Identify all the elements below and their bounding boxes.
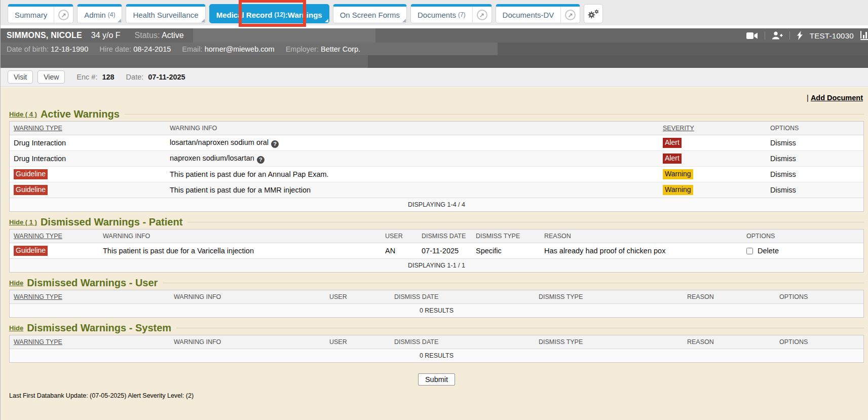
dismissed-patient-hide-link[interactable]: Hide ( 1 ) xyxy=(9,218,37,226)
warning-type-badge: Guideline xyxy=(14,246,48,256)
dismiss-type-text: Specific xyxy=(476,247,502,255)
dismiss-link[interactable]: Dismiss xyxy=(770,155,796,163)
open-in-new-icon: ↗ xyxy=(58,10,69,20)
dismissed-system-hide-link[interactable]: Hide xyxy=(9,324,23,332)
header-row3-background xyxy=(1,55,368,68)
tab-documents[interactable]: Documents(7) ↗ xyxy=(410,4,492,23)
tab-documents-popout-button[interactable]: ↗ xyxy=(472,7,492,23)
severity-badge: Warning xyxy=(663,169,693,179)
col-dismiss-date: DISMISS DATE xyxy=(390,290,535,304)
dismissed-patient-title: Dismissed Warnings - Patient xyxy=(41,216,182,228)
warning-info-text: naproxen sodium/losartan xyxy=(170,154,254,162)
section-divider-line xyxy=(187,222,864,222)
section-divider-line xyxy=(163,283,864,283)
dismissed-user-table: WARNING TYPE WARNING INFO USER DISMISS D… xyxy=(9,290,864,318)
hire-date-value: 08-24-2015 xyxy=(133,45,171,53)
tab-documents-dv-popout-button[interactable]: ↗ xyxy=(560,7,580,23)
video-camera-icon[interactable] xyxy=(746,32,758,40)
warning-info-text: This patient is past due for an Annual P… xyxy=(170,170,329,178)
patient-id: TEST-10030 xyxy=(810,31,854,40)
dismissed-user-header: Hide Dismissed Warnings - User xyxy=(9,277,864,289)
visit-button[interactable]: Visit xyxy=(8,70,33,84)
warning-type-text: Drug Interaction xyxy=(14,155,66,163)
tab-medical-record-warnings[interactable]: Medical Record (12):Warnings xyxy=(209,4,329,23)
tab-documents-dv[interactable]: Documents-DV ↗ xyxy=(496,4,581,23)
col-options: OPTIONS xyxy=(775,290,863,304)
patient-age-sex: 34 y/o F xyxy=(91,31,121,40)
col-reason: REASON xyxy=(683,290,775,304)
active-warnings-header: Hide ( 4 ) Active Warnings xyxy=(9,108,864,120)
col-dismiss-date: DISMISS DATE xyxy=(390,335,535,349)
patient-header-row1: SIMMONS, NICOLE 34 y/o F Status: Active … xyxy=(1,28,868,43)
section-divider-line xyxy=(125,114,864,114)
col-warning-info: WARNING INFO xyxy=(170,335,325,349)
view-button[interactable]: View xyxy=(37,70,65,84)
email-label: Email: xyxy=(182,45,202,53)
tab-summary-label: Summary xyxy=(15,11,47,19)
submit-button[interactable]: Submit xyxy=(418,373,455,386)
col-user: USER xyxy=(325,290,390,304)
add-person-icon[interactable] xyxy=(772,31,783,40)
col-dismiss-date: DISMISS DATE xyxy=(418,230,472,243)
tab-health-surveillance[interactable]: Health Surveillance xyxy=(126,4,205,23)
dob-value: 12-18-1990 xyxy=(51,45,88,53)
warning-type-badge: Guideline xyxy=(14,169,48,179)
warning-type-text: Drug Interaction xyxy=(14,139,66,147)
paging-status: DISPLAYING 1-1 / 1 xyxy=(10,259,863,273)
help-icon[interactable]: ? xyxy=(271,140,279,148)
tab-medical-record-label: Medical Record xyxy=(216,11,273,19)
employer-value: Better Corp. xyxy=(321,45,360,53)
dismissed-system-table: WARNING TYPE WARNING INFO USER DISMISS D… xyxy=(9,335,864,363)
dob-label: Date of birth: xyxy=(7,45,49,53)
dismiss-link[interactable]: Dismiss xyxy=(770,139,796,147)
add-document-row: | Add Document xyxy=(9,87,864,104)
divider xyxy=(765,31,765,40)
status-label: Status: xyxy=(135,31,160,40)
pipe-separator: | xyxy=(807,94,809,102)
tab-summary[interactable]: Summary ↗ xyxy=(8,4,73,23)
tab-admin[interactable]: Admin(4) xyxy=(77,4,122,23)
bar-chart-icon[interactable] xyxy=(860,31,868,40)
col-dismiss-type: DISMISS TYPE xyxy=(472,230,540,243)
add-document-link[interactable]: Add Document xyxy=(811,94,863,102)
col-warning-type[interactable]: WARNING TYPE xyxy=(10,230,99,243)
patient-header-row2: Date of birth: 12-18-1990 Hire date: 08-… xyxy=(1,43,868,55)
col-reason: REASON xyxy=(540,230,742,243)
tab-documents-dv-label: Documents-DV xyxy=(503,11,554,19)
tab-summary-popout-button[interactable]: ↗ xyxy=(54,7,73,23)
active-warnings-table: WARNING TYPE WARNING INFO SEVERITY OPTIO… xyxy=(9,121,864,212)
tab-medical-record-count: (12) xyxy=(275,11,285,18)
col-warning-type[interactable]: WARNING TYPE xyxy=(10,122,166,135)
col-warning-type[interactable]: WARNING TYPE xyxy=(10,335,170,349)
active-warnings-hide-link[interactable]: Hide ( 4 ) xyxy=(9,110,37,118)
submit-row: Submit xyxy=(9,373,864,386)
dismissed-system-title: Dismissed Warnings - System xyxy=(27,322,171,334)
dismiss-link[interactable]: Dismiss xyxy=(770,186,796,194)
tab-on-screen-forms[interactable]: On Screen Forms xyxy=(333,4,407,23)
tab-on-screen-forms-label: On Screen Forms xyxy=(340,11,400,19)
severity-badge: Alert xyxy=(663,138,682,148)
table-row: Drug Interaction naproxen sodium/losarta… xyxy=(10,151,863,167)
tab-settings-button[interactable] xyxy=(584,4,603,23)
delete-label[interactable]: Delete xyxy=(758,247,779,255)
dismissed-user-hide-link[interactable]: Hide xyxy=(9,279,23,287)
table-row: Guideline This patient is past due for a… xyxy=(10,167,863,182)
col-reason: REASON xyxy=(683,335,775,349)
lightning-bolt-icon[interactable] xyxy=(797,31,803,40)
col-warning-type[interactable]: WARNING TYPE xyxy=(10,290,170,304)
dismiss-link[interactable]: Dismiss xyxy=(770,170,796,178)
employer-label: Employer: xyxy=(286,45,319,53)
col-severity[interactable]: SEVERITY xyxy=(659,122,766,135)
patient-name: SIMMONS, NICOLE xyxy=(7,31,82,40)
gears-icon xyxy=(587,9,599,19)
encounter-number-label: Enc #: xyxy=(77,73,97,81)
help-icon[interactable]: ? xyxy=(257,156,265,164)
paging-status: DISPLAYING 1-4 / 4 xyxy=(10,198,863,212)
reason-text: Has already had proof of chicken pox xyxy=(544,247,665,255)
col-options: OPTIONS xyxy=(742,230,863,243)
table-row: Guideline This patient is past due for a… xyxy=(10,243,863,259)
email-value: horner@mieweb.com xyxy=(205,45,275,53)
tab-admin-count: (4) xyxy=(108,11,116,18)
delete-checkbox[interactable] xyxy=(746,248,753,254)
dismissed-user-title: Dismissed Warnings - User xyxy=(27,277,158,289)
